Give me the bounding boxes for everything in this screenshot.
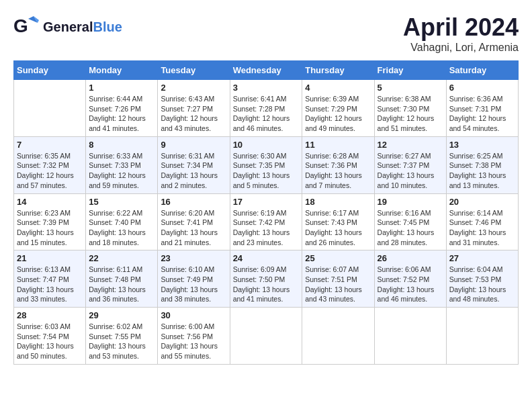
- weekday-header-row: SundayMondayTuesdayWednesdayThursdayFrid…: [14, 61, 519, 80]
- calendar-cell: 11Sunrise: 6:28 AMSunset: 7:36 PMDayligh…: [302, 136, 374, 193]
- day-number: 11: [305, 140, 371, 150]
- day-info: Sunrise: 6:31 AMSunset: 7:34 PMDaylight:…: [161, 151, 226, 191]
- calendar-cell: 22Sunrise: 6:11 AMSunset: 7:48 PMDayligh…: [86, 250, 158, 308]
- calendar-cell: 24Sunrise: 6:09 AMSunset: 7:50 PMDayligh…: [230, 250, 302, 308]
- day-number: 5: [378, 83, 443, 93]
- day-number: 25: [305, 253, 371, 263]
- day-info: Sunrise: 6:38 AMSunset: 7:30 PMDaylight:…: [378, 94, 443, 134]
- day-info: Sunrise: 6:10 AMSunset: 7:49 PMDaylight:…: [161, 265, 226, 304]
- day-info: Sunrise: 6:22 AMSunset: 7:40 PMDaylight:…: [89, 208, 154, 248]
- day-info: Sunrise: 6:36 AMSunset: 7:31 PMDaylight:…: [449, 94, 515, 134]
- calendar-cell: [446, 308, 518, 365]
- calendar-cell: 27Sunrise: 6:04 AMSunset: 7:53 PMDayligh…: [446, 250, 518, 308]
- day-info: Sunrise: 6:14 AMSunset: 7:46 PMDaylight:…: [449, 208, 515, 248]
- logo: G GeneralBlue: [13, 13, 122, 40]
- day-info: Sunrise: 6:20 AMSunset: 7:41 PMDaylight:…: [161, 208, 226, 248]
- calendar-cell: 12Sunrise: 6:27 AMSunset: 7:37 PMDayligh…: [374, 136, 446, 193]
- day-number: 21: [17, 253, 83, 263]
- calendar-cell: 7Sunrise: 6:35 AMSunset: 7:32 PMDaylight…: [14, 136, 86, 193]
- day-info: Sunrise: 6:25 AMSunset: 7:38 PMDaylight:…: [449, 151, 515, 191]
- calendar-cell: 18Sunrise: 6:17 AMSunset: 7:43 PMDayligh…: [302, 193, 374, 250]
- logo-blue: Blue: [93, 19, 122, 34]
- calendar-cell: 21Sunrise: 6:13 AMSunset: 7:47 PMDayligh…: [14, 250, 86, 308]
- day-number: 4: [305, 83, 371, 93]
- logo-icon: G: [13, 13, 40, 40]
- day-info: Sunrise: 6:04 AMSunset: 7:53 PMDaylight:…: [449, 265, 515, 304]
- day-info: Sunrise: 6:28 AMSunset: 7:36 PMDaylight:…: [305, 151, 371, 191]
- location-subtitle: Vahagni, Lori, Armenia: [403, 42, 519, 54]
- calendar-cell: 15Sunrise: 6:22 AMSunset: 7:40 PMDayligh…: [86, 193, 158, 250]
- title-block: April 2024 Vahagni, Lori, Armenia: [403, 13, 519, 54]
- calendar-cell: [374, 308, 446, 365]
- calendar-cell: 17Sunrise: 6:19 AMSunset: 7:42 PMDayligh…: [230, 193, 302, 250]
- day-number: 2: [161, 83, 226, 93]
- day-info: Sunrise: 6:00 AMSunset: 7:56 PMDaylight:…: [161, 322, 226, 361]
- day-number: 18: [305, 197, 371, 207]
- day-info: Sunrise: 6:06 AMSunset: 7:52 PMDaylight:…: [378, 265, 443, 304]
- day-info: Sunrise: 6:39 AMSunset: 7:29 PMDaylight:…: [305, 94, 371, 134]
- calendar-cell: 9Sunrise: 6:31 AMSunset: 7:34 PMDaylight…: [158, 136, 230, 193]
- day-info: Sunrise: 6:16 AMSunset: 7:45 PMDaylight:…: [378, 208, 443, 248]
- weekday-header-sunday: Sunday: [14, 61, 86, 80]
- calendar-cell: 19Sunrise: 6:16 AMSunset: 7:45 PMDayligh…: [374, 193, 446, 250]
- day-number: 1: [89, 83, 154, 93]
- calendar-cell: 26Sunrise: 6:06 AMSunset: 7:52 PMDayligh…: [374, 250, 446, 308]
- day-info: Sunrise: 6:41 AMSunset: 7:28 PMDaylight:…: [233, 94, 300, 134]
- day-number: 29: [89, 310, 154, 320]
- day-number: 17: [233, 197, 300, 207]
- day-number: 14: [17, 197, 83, 207]
- calendar-table: SundayMondayTuesdayWednesdayThursdayFrid…: [13, 60, 519, 365]
- day-number: 22: [89, 253, 154, 263]
- day-number: 30: [161, 310, 226, 320]
- weekday-header-saturday: Saturday: [446, 61, 518, 80]
- day-info: Sunrise: 6:30 AMSunset: 7:35 PMDaylight:…: [233, 151, 300, 191]
- day-number: 27: [449, 253, 515, 263]
- page-header: G GeneralBlue April 2024 Vahagni, Lori, …: [13, 13, 519, 54]
- calendar-cell: 20Sunrise: 6:14 AMSunset: 7:46 PMDayligh…: [446, 193, 518, 250]
- day-number: 16: [161, 197, 226, 207]
- calendar-cell: 5Sunrise: 6:38 AMSunset: 7:30 PMDaylight…: [374, 80, 446, 137]
- calendar-cell: 3Sunrise: 6:41 AMSunset: 7:28 PMDaylight…: [230, 80, 302, 137]
- day-info: Sunrise: 6:11 AMSunset: 7:48 PMDaylight:…: [89, 265, 154, 304]
- day-number: 6: [449, 83, 515, 93]
- logo-general: General: [43, 19, 93, 34]
- calendar-cell: 29Sunrise: 6:02 AMSunset: 7:55 PMDayligh…: [86, 308, 158, 365]
- day-number: 28: [17, 310, 83, 320]
- calendar-week-3: 14Sunrise: 6:23 AMSunset: 7:39 PMDayligh…: [14, 193, 519, 250]
- day-info: Sunrise: 6:43 AMSunset: 7:27 PMDaylight:…: [161, 94, 226, 134]
- calendar-cell: 23Sunrise: 6:10 AMSunset: 7:49 PMDayligh…: [158, 250, 230, 308]
- day-number: 10: [233, 140, 300, 150]
- calendar-week-4: 21Sunrise: 6:13 AMSunset: 7:47 PMDayligh…: [14, 250, 519, 308]
- day-number: 26: [378, 253, 443, 263]
- calendar-week-2: 7Sunrise: 6:35 AMSunset: 7:32 PMDaylight…: [14, 136, 519, 193]
- calendar-cell: 25Sunrise: 6:07 AMSunset: 7:51 PMDayligh…: [302, 250, 374, 308]
- day-number: 19: [378, 197, 443, 207]
- weekday-header-tuesday: Tuesday: [158, 61, 230, 80]
- day-info: Sunrise: 6:27 AMSunset: 7:37 PMDaylight:…: [378, 151, 443, 191]
- day-number: 8: [89, 140, 154, 150]
- month-title: April 2024: [403, 13, 519, 42]
- day-number: 12: [378, 140, 443, 150]
- calendar-cell: 8Sunrise: 6:33 AMSunset: 7:33 PMDaylight…: [86, 136, 158, 193]
- calendar-cell: [302, 308, 374, 365]
- day-info: Sunrise: 6:07 AMSunset: 7:51 PMDaylight:…: [305, 265, 371, 304]
- day-info: Sunrise: 6:33 AMSunset: 7:33 PMDaylight:…: [89, 151, 154, 191]
- weekday-header-thursday: Thursday: [302, 61, 374, 80]
- weekday-header-monday: Monday: [86, 61, 158, 80]
- calendar-cell: [230, 308, 302, 365]
- day-info: Sunrise: 6:03 AMSunset: 7:54 PMDaylight:…: [17, 322, 83, 361]
- day-number: 7: [17, 140, 83, 150]
- calendar-cell: [14, 80, 86, 137]
- calendar-cell: 10Sunrise: 6:30 AMSunset: 7:35 PMDayligh…: [230, 136, 302, 193]
- calendar-cell: 1Sunrise: 6:44 AMSunset: 7:26 PMDaylight…: [86, 80, 158, 137]
- svg-text:G: G: [13, 15, 28, 36]
- weekday-header-wednesday: Wednesday: [230, 61, 302, 80]
- day-info: Sunrise: 6:09 AMSunset: 7:50 PMDaylight:…: [233, 265, 300, 304]
- day-number: 24: [233, 253, 300, 263]
- calendar-cell: 16Sunrise: 6:20 AMSunset: 7:41 PMDayligh…: [158, 193, 230, 250]
- day-info: Sunrise: 6:44 AMSunset: 7:26 PMDaylight:…: [89, 94, 154, 134]
- day-number: 23: [161, 253, 226, 263]
- calendar-cell: 14Sunrise: 6:23 AMSunset: 7:39 PMDayligh…: [14, 193, 86, 250]
- day-number: 3: [233, 83, 300, 93]
- calendar-cell: 28Sunrise: 6:03 AMSunset: 7:54 PMDayligh…: [14, 308, 86, 365]
